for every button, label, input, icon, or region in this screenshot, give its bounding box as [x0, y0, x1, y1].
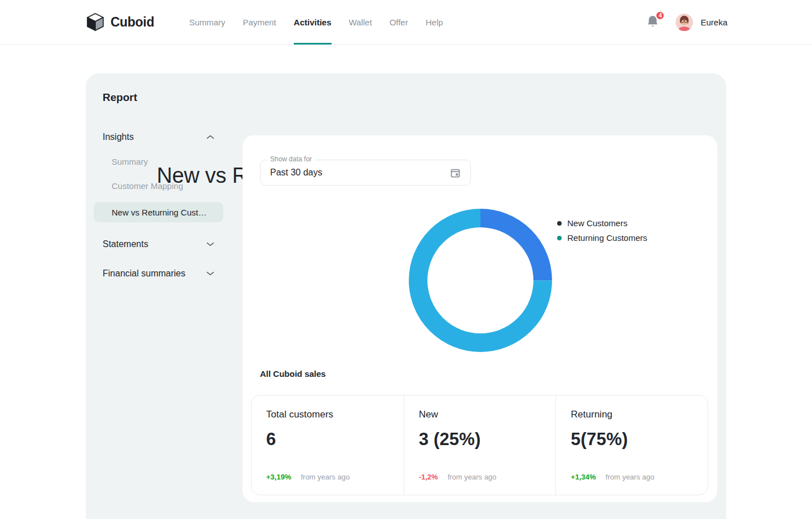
stat-note: from years ago — [448, 473, 497, 481]
sidebar-section-insights[interactable]: Insights — [103, 132, 214, 142]
user-name[interactable]: Eureka — [700, 17, 727, 27]
stat-value: 5(75%) — [571, 429, 693, 450]
stat-card-new: New 3 (25%) -1,2% from years ago — [404, 395, 556, 495]
chevron-up-icon — [206, 135, 214, 139]
stats-section-label: All Cuboid sales — [260, 369, 326, 379]
main-nav: Summary Payment Activities Wallet Offer … — [189, 0, 443, 44]
stat-label: Returning — [571, 409, 693, 420]
nav-activities[interactable]: Activities — [294, 0, 332, 44]
cuboid-logo-icon — [86, 12, 105, 32]
notifications-button[interactable]: 4 — [646, 15, 660, 29]
chart-panel: Show data for Past 30 days New Customers… — [242, 135, 717, 502]
chevron-down-icon — [206, 242, 214, 247]
financial-summaries-label: Financial summaries — [103, 269, 186, 279]
selected-item-label: New vs Returning Cust… — [112, 208, 206, 217]
stat-card-returning: Returning 5(75%) +1,34% from years ago — [555, 395, 708, 495]
stat-label: Total customers — [266, 409, 389, 420]
brand-name: Cuboid — [111, 15, 154, 30]
nav-help[interactable]: Help — [426, 0, 443, 44]
donut-chart — [408, 208, 553, 355]
legend-item-new-customers: New Customers — [557, 218, 647, 228]
stat-note: from years ago — [606, 473, 655, 481]
stat-value: 6 — [266, 429, 389, 450]
stat-card-total-customers: Total customers 6 +3,19% from years ago — [251, 395, 404, 495]
stat-note: from years ago — [301, 473, 350, 481]
notification-badge: 4 — [655, 11, 665, 20]
nav-payment[interactable]: Payment — [243, 0, 276, 44]
nav-wallet[interactable]: Wallet — [349, 0, 372, 44]
legend-item-returning-customers: Returning Customers — [557, 233, 647, 243]
insights-label: Insights — [103, 132, 134, 142]
date-range-select[interactable]: Show data for Past 30 days — [260, 160, 471, 186]
stat-delta: -1,2% — [419, 473, 438, 481]
sidebar-item-new-vs-returning[interactable]: New vs Returning Cust… — [94, 202, 223, 222]
sidebar-section-statements[interactable]: Statements — [103, 239, 214, 249]
sidebar-title: Report — [103, 91, 227, 104]
brand-logo[interactable]: Cuboid — [86, 12, 154, 32]
date-range-label: Show data for — [267, 155, 315, 163]
stat-value: 3 (25%) — [419, 429, 541, 450]
header-right-group: 4 Eureka — [646, 14, 727, 31]
stat-delta: +3,19% — [266, 473, 291, 481]
legend-label-new: New Customers — [567, 218, 628, 228]
stat-delta: +1,34% — [571, 473, 595, 481]
legend-dot-new — [557, 221, 562, 226]
nav-offer[interactable]: Offer — [390, 0, 408, 44]
calendar-icon — [450, 168, 461, 178]
nav-summary[interactable]: Summary — [189, 0, 225, 44]
legend-dot-returning — [557, 236, 562, 240]
stat-label: New — [419, 409, 541, 420]
user-avatar[interactable] — [676, 14, 693, 31]
sidebar-section-financial-summaries[interactable]: Financial summaries — [103, 269, 214, 279]
chevron-down-icon — [206, 271, 214, 276]
chart-legend: New Customers Returning Customers — [557, 218, 647, 243]
legend-label-returning: Returning Customers — [567, 233, 647, 243]
stats-summary-group: Total customers 6 +3,19% from years ago … — [251, 395, 708, 495]
top-navigation-bar: Cuboid Summary Payment Activities Wallet… — [0, 0, 812, 45]
statements-label: Statements — [103, 239, 148, 249]
date-range-value: Past 30 days — [270, 168, 323, 178]
